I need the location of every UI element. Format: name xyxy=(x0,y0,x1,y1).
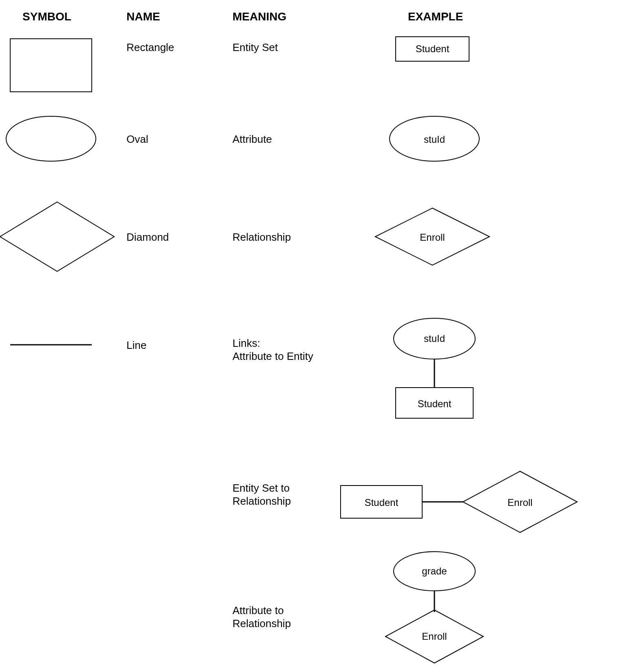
row4-meaning-line1: Links: xyxy=(232,337,260,349)
row6-example: grade Enroll xyxy=(385,552,483,663)
row1-name: Rectangle xyxy=(126,41,174,53)
row5-example-left: Student xyxy=(365,497,399,508)
row5-meaning-line2: Relationship xyxy=(232,495,291,507)
row3-example-label: Enroll xyxy=(420,232,445,243)
row4-example-bottom: Student xyxy=(418,398,452,409)
row2-meaning: Attribute xyxy=(232,133,272,145)
row6-example-top: grade xyxy=(422,566,447,577)
row2-name: Oval xyxy=(126,133,148,145)
row4-example: stuId Student xyxy=(394,318,475,418)
er-symbol-diagram: SYMBOL NAME MEANING EXAMPLE Rectangle En… xyxy=(0,0,631,672)
row4-meaning-line2: Attribute to Entity xyxy=(232,350,313,362)
row1-meaning: Entity Set xyxy=(232,41,278,53)
header-meaning: MEANING xyxy=(232,10,286,23)
row3-name: Diamond xyxy=(126,231,169,243)
header-symbol: SYMBOL xyxy=(22,10,71,23)
header-name: NAME xyxy=(126,10,160,23)
row5-example-right: Enroll xyxy=(507,497,532,508)
row6-meaning-line2: Relationship xyxy=(232,617,291,630)
symbol-oval xyxy=(6,116,96,161)
symbol-diamond xyxy=(0,202,114,271)
row6-meaning-line1: Attribute to xyxy=(232,604,284,617)
row5-meaning-line1: Entity Set to xyxy=(232,482,290,494)
symbol-rectangle xyxy=(10,39,92,92)
row3-meaning: Relationship xyxy=(232,231,291,243)
row4-name: Line xyxy=(126,339,146,351)
row2-example: stuId xyxy=(390,116,479,161)
row2-example-label: stuId xyxy=(424,134,445,145)
row6-example-bottom: Enroll xyxy=(422,631,447,642)
row5-example: Student Enroll xyxy=(341,471,577,532)
row3-example: Enroll xyxy=(375,208,489,265)
row4-example-top: stuId xyxy=(424,333,445,344)
row1-example: Student xyxy=(396,37,469,61)
header-example: EXAMPLE xyxy=(408,10,463,23)
row1-example-label: Student xyxy=(416,43,449,54)
